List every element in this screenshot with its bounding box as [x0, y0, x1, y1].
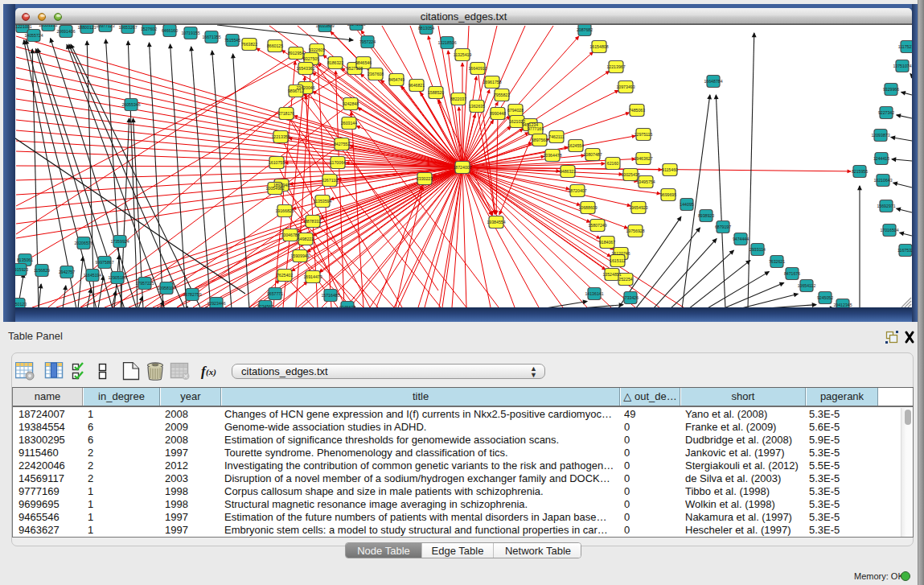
svg-text:8822037: 8822037	[450, 97, 466, 101]
svg-text:26055346: 26055346	[121, 102, 140, 107]
svg-text:9777169: 9777169	[528, 126, 544, 131]
svg-text:8471676: 8471676	[784, 271, 800, 276]
svg-text:12213967: 12213967	[606, 64, 625, 69]
svg-text:9345678: 9345678	[339, 305, 355, 307]
svg-text:9150123: 9150123	[15, 302, 27, 307]
svg-text:16961758: 16961758	[483, 80, 501, 84]
svg-text:1167532: 1167532	[897, 248, 912, 253]
svg-text:12093873: 12093873	[871, 133, 889, 138]
svg-text:11325419: 11325419	[454, 52, 472, 57]
svg-text:5322605: 5322605	[309, 47, 325, 52]
svg-text:9227342: 9227342	[878, 110, 894, 115]
svg-text:2603144: 2603144	[341, 121, 357, 126]
svg-text:19463627: 19463627	[634, 156, 652, 161]
svg-text:9646821: 9646821	[409, 83, 425, 88]
svg-text:2330223: 2330223	[417, 176, 433, 181]
svg-text:9329966: 9329966	[883, 87, 899, 92]
svg-text:9242848: 9242848	[343, 101, 359, 106]
svg-text:10688609: 10688609	[578, 205, 597, 210]
svg-text:13751074: 13751074	[893, 64, 911, 68]
svg-text:9486322: 9486322	[560, 169, 576, 174]
svg-text:8878332: 8878332	[305, 219, 321, 224]
svg-text:15692971: 15692971	[877, 204, 895, 208]
svg-text:13495754: 13495754	[636, 179, 655, 184]
svg-text:10973493: 10973493	[616, 84, 634, 89]
svg-text:9474444: 9474444	[733, 237, 749, 241]
svg-text:7625402: 7625402	[277, 273, 293, 278]
svg-text:9699695: 9699695	[660, 192, 676, 197]
svg-text:16154808: 16154808	[589, 44, 608, 49]
svg-text:19241320: 19241320	[347, 25, 365, 27]
svg-text:9327505: 9327505	[303, 56, 319, 61]
svg-text:10807487: 10807487	[583, 152, 602, 157]
svg-text:7485063: 7485063	[629, 108, 645, 113]
svg-text:10719155: 10719155	[181, 31, 199, 35]
svg-text:7462111: 7462111	[548, 134, 565, 139]
svg-text:10653267: 10653267	[118, 25, 137, 30]
svg-text:1733426: 1733426	[622, 295, 639, 300]
svg-text:6466160: 6466160	[162, 28, 178, 33]
svg-text:15807249: 15807249	[588, 223, 606, 228]
svg-text:19756928: 19756928	[626, 229, 644, 233]
svg-text:7663822: 7663822	[241, 42, 257, 47]
svg-text:9245052: 9245052	[817, 295, 833, 300]
svg-text:20206576: 20206576	[74, 241, 92, 245]
svg-text:6794028: 6794028	[507, 108, 524, 113]
svg-text:11353594: 11353594	[314, 199, 332, 204]
svg-text:5498222: 5498222	[298, 237, 314, 241]
svg-text:16640910: 16640910	[468, 66, 487, 71]
svg-text:20691406: 20691406	[56, 29, 75, 34]
svg-text:8135061: 8135061	[17, 257, 33, 262]
svg-text:8660125: 8660125	[267, 43, 283, 48]
svg-text:20551212: 20551212	[39, 25, 57, 27]
svg-text:8427552: 8427552	[334, 142, 350, 146]
svg-text:6897568: 6897568	[532, 138, 548, 142]
svg-text:10958107: 10958107	[157, 286, 175, 290]
svg-text:9527508: 9527508	[347, 66, 363, 71]
svg-text:19384554: 19384554	[487, 220, 505, 225]
svg-text:1170064: 1170064	[330, 160, 346, 165]
svg-text:21221001: 21221001	[15, 25, 32, 29]
svg-text:16648784: 16648784	[704, 79, 722, 84]
svg-text:2367608: 2367608	[368, 72, 384, 76]
svg-text:1610755: 1610755	[269, 160, 285, 165]
svg-text:2942757: 2942757	[59, 270, 75, 274]
svg-text:16543362: 16543362	[296, 66, 314, 71]
svg-text:252254: 252254	[618, 277, 632, 282]
svg-text:16120746: 16120746	[611, 251, 630, 256]
svg-text:17957225: 17957225	[135, 281, 154, 286]
svg-text:7515545: 7515545	[224, 38, 240, 43]
svg-text:62160: 62160	[607, 161, 619, 166]
svg-text:8454749: 8454749	[388, 77, 405, 82]
svg-text:9115460: 9115460	[662, 167, 678, 172]
svg-text:8186323: 8186323	[327, 60, 343, 65]
svg-text:8215955: 8215955	[852, 169, 868, 174]
svg-text:11175234: 11175234	[898, 44, 912, 49]
svg-text:12213359: 12213359	[271, 134, 290, 139]
svg-text:1615112: 1615112	[610, 258, 626, 263]
svg-text:16033809: 16033809	[315, 25, 334, 28]
svg-text:1156829: 1156829	[34, 268, 50, 273]
svg-text:8813054: 8813054	[418, 26, 434, 31]
svg-text:16914473: 16914473	[303, 274, 322, 279]
svg-text:10025438: 10025438	[621, 172, 639, 177]
svg-text:3915923: 3915923	[15, 267, 28, 272]
svg-text:9184067: 9184067	[599, 240, 615, 245]
svg-text:18724007: 18724007	[453, 165, 471, 170]
svg-text:18800123: 18800123	[77, 25, 96, 30]
svg-text:16782759: 16782759	[183, 292, 201, 297]
svg-text:17359924: 17359924	[110, 239, 129, 244]
svg-text:1362635: 1362635	[469, 104, 485, 109]
svg-text:18720407: 18720407	[568, 188, 586, 193]
svg-text:8234567: 8234567	[257, 304, 273, 307]
svg-text:8990448: 8990448	[490, 111, 506, 116]
svg-text:16671355: 16671355	[202, 35, 220, 39]
svg-text:7632621: 7632621	[769, 259, 785, 264]
svg-text:15716485: 15716485	[321, 293, 339, 298]
svg-text:2087682: 2087682	[577, 27, 593, 32]
svg-text:1588520: 1588520	[428, 90, 444, 95]
svg-text:19166825: 19166825	[275, 208, 294, 213]
svg-text:20412345: 20412345	[833, 303, 852, 307]
svg-text:99975867: 99975867	[95, 260, 113, 265]
svg-text:10977123: 10977123	[96, 25, 114, 28]
